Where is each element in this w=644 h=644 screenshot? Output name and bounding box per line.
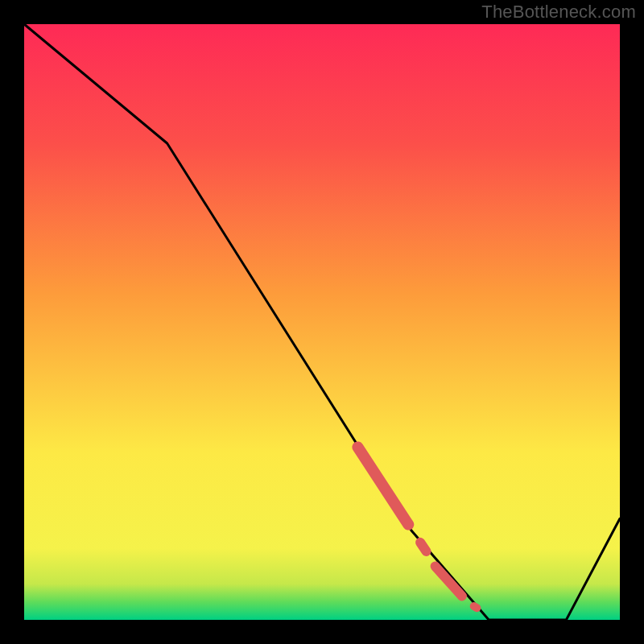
svg-rect-5 xyxy=(620,0,644,644)
svg-rect-3 xyxy=(0,620,644,644)
watermark-text: TheBottleneck.com xyxy=(481,2,636,23)
svg-rect-4 xyxy=(0,0,24,644)
svg-line-7 xyxy=(420,543,426,551)
bottleneck-chart xyxy=(0,0,644,644)
svg-line-9 xyxy=(474,606,477,608)
chart-container: TheBottleneck.com xyxy=(0,0,644,644)
svg-rect-0 xyxy=(24,24,620,620)
